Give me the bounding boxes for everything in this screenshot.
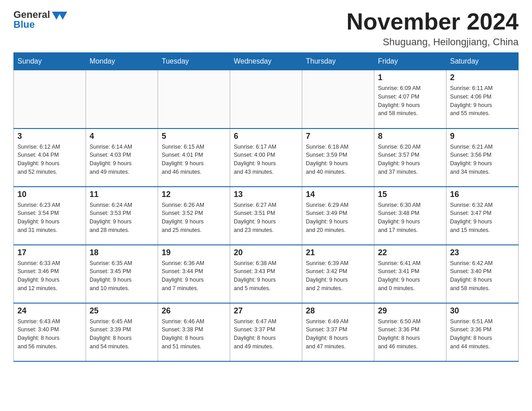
day-number: 3 xyxy=(17,132,82,141)
day-info: Sunrise: 6:18 AMSunset: 3:59 PMDaylight:… xyxy=(306,143,370,176)
calendar-cell: 27Sunrise: 6:47 AMSunset: 3:37 PMDayligh… xyxy=(230,303,302,361)
day-info: Sunrise: 6:45 AMSunset: 3:39 PMDaylight:… xyxy=(90,317,154,351)
day-info: Sunrise: 6:33 AMSunset: 3:46 PMDaylight:… xyxy=(17,259,82,293)
calendar-week-row: 10Sunrise: 6:23 AMSunset: 3:54 PMDayligh… xyxy=(14,187,519,245)
day-info: Sunrise: 6:51 AMSunset: 3:36 PMDaylight:… xyxy=(450,317,515,351)
day-number: 24 xyxy=(17,306,82,316)
day-number: 29 xyxy=(378,306,442,316)
calendar-cell: 9Sunrise: 6:21 AMSunset: 3:56 PMDaylight… xyxy=(446,128,519,187)
day-number: 20 xyxy=(234,248,298,257)
day-number: 2 xyxy=(450,73,515,82)
day-number: 9 xyxy=(450,132,515,141)
day-info: Sunrise: 6:20 AMSunset: 3:57 PMDaylight:… xyxy=(378,143,442,176)
day-number: 7 xyxy=(306,132,370,141)
calendar-cell: 20Sunrise: 6:38 AMSunset: 3:43 PMDayligh… xyxy=(230,245,302,303)
day-info: Sunrise: 6:35 AMSunset: 3:45 PMDaylight:… xyxy=(90,259,154,293)
day-info: Sunrise: 6:49 AMSunset: 3:37 PMDaylight:… xyxy=(306,317,370,351)
day-number: 5 xyxy=(162,132,226,141)
day-number: 22 xyxy=(378,248,442,257)
day-number: 6 xyxy=(234,132,298,141)
calendar-cell: 30Sunrise: 6:51 AMSunset: 3:36 PMDayligh… xyxy=(446,303,519,361)
day-number: 10 xyxy=(17,190,82,199)
day-info: Sunrise: 6:17 AMSunset: 4:00 PMDaylight:… xyxy=(234,143,298,176)
day-info: Sunrise: 6:11 AMSunset: 4:06 PMDaylight:… xyxy=(450,84,515,118)
logo-blue: Blue xyxy=(13,19,35,30)
calendar-cell: 2Sunrise: 6:11 AMSunset: 4:06 PMDaylight… xyxy=(446,70,519,128)
day-number: 21 xyxy=(306,248,370,257)
calendar-cell: 8Sunrise: 6:20 AMSunset: 3:57 PMDaylight… xyxy=(374,128,446,187)
title-block: November 2024 Shuguang, Heilongjiang, Ch… xyxy=(347,9,519,48)
calendar-cell: 7Sunrise: 6:18 AMSunset: 3:59 PMDaylight… xyxy=(302,128,374,187)
day-info: Sunrise: 6:12 AMSunset: 4:04 PMDaylight:… xyxy=(17,143,82,176)
day-info: Sunrise: 6:38 AMSunset: 3:43 PMDaylight:… xyxy=(234,259,298,293)
weekday-header: Wednesday xyxy=(230,53,302,70)
day-number: 30 xyxy=(450,306,515,316)
day-info: Sunrise: 6:09 AMSunset: 4:07 PMDaylight:… xyxy=(378,84,442,118)
day-info: Sunrise: 6:27 AMSunset: 3:51 PMDaylight:… xyxy=(234,201,298,235)
calendar-cell xyxy=(158,70,230,128)
day-number: 23 xyxy=(450,248,515,257)
day-info: Sunrise: 6:30 AMSunset: 3:48 PMDaylight:… xyxy=(378,201,442,235)
day-info: Sunrise: 6:43 AMSunset: 3:40 PMDaylight:… xyxy=(17,317,82,351)
calendar-subtitle: Shuguang, Heilongjiang, China xyxy=(347,36,519,48)
calendar-cell: 24Sunrise: 6:43 AMSunset: 3:40 PMDayligh… xyxy=(14,303,86,361)
calendar-cell xyxy=(230,70,302,128)
day-info: Sunrise: 6:15 AMSunset: 4:01 PMDaylight:… xyxy=(162,143,226,176)
calendar-week-row: 3Sunrise: 6:12 AMSunset: 4:04 PMDaylight… xyxy=(14,128,519,187)
day-info: Sunrise: 6:47 AMSunset: 3:37 PMDaylight:… xyxy=(234,317,298,351)
day-number: 4 xyxy=(90,132,154,141)
calendar-cell: 25Sunrise: 6:45 AMSunset: 3:39 PMDayligh… xyxy=(86,303,158,361)
day-number: 14 xyxy=(306,190,370,199)
calendar-cell: 10Sunrise: 6:23 AMSunset: 3:54 PMDayligh… xyxy=(14,187,86,245)
calendar-cell: 12Sunrise: 6:26 AMSunset: 3:52 PMDayligh… xyxy=(158,187,230,245)
calendar-cell: 18Sunrise: 6:35 AMSunset: 3:45 PMDayligh… xyxy=(86,245,158,303)
calendar-cell xyxy=(86,70,158,128)
calendar-cell xyxy=(302,70,374,128)
day-info: Sunrise: 6:26 AMSunset: 3:52 PMDaylight:… xyxy=(162,201,226,235)
calendar-cell: 13Sunrise: 6:27 AMSunset: 3:51 PMDayligh… xyxy=(230,187,302,245)
calendar-cell: 6Sunrise: 6:17 AMSunset: 4:00 PMDaylight… xyxy=(230,128,302,187)
calendar-title: November 2024 xyxy=(347,9,519,34)
day-number: 12 xyxy=(162,190,226,199)
day-info: Sunrise: 6:29 AMSunset: 3:49 PMDaylight:… xyxy=(306,201,370,235)
day-number: 11 xyxy=(90,190,154,199)
day-info: Sunrise: 6:24 AMSunset: 3:53 PMDaylight:… xyxy=(90,201,154,235)
day-info: Sunrise: 6:14 AMSunset: 4:03 PMDaylight:… xyxy=(90,143,154,176)
calendar-cell: 14Sunrise: 6:29 AMSunset: 3:49 PMDayligh… xyxy=(302,187,374,245)
day-info: Sunrise: 6:42 AMSunset: 3:40 PMDaylight:… xyxy=(450,259,515,293)
day-number: 28 xyxy=(306,306,370,316)
day-info: Sunrise: 6:32 AMSunset: 3:47 PMDaylight:… xyxy=(450,201,515,235)
calendar-cell: 4Sunrise: 6:14 AMSunset: 4:03 PMDaylight… xyxy=(86,128,158,187)
day-number: 15 xyxy=(378,190,442,199)
day-info: Sunrise: 6:39 AMSunset: 3:42 PMDaylight:… xyxy=(306,259,370,293)
calendar-cell: 15Sunrise: 6:30 AMSunset: 3:48 PMDayligh… xyxy=(374,187,446,245)
day-info: Sunrise: 6:21 AMSunset: 3:56 PMDaylight:… xyxy=(450,143,515,176)
calendar-cell: 5Sunrise: 6:15 AMSunset: 4:01 PMDaylight… xyxy=(158,128,230,187)
weekday-header: Saturday xyxy=(446,53,519,70)
calendar-week-row: 24Sunrise: 6:43 AMSunset: 3:40 PMDayligh… xyxy=(14,303,519,361)
weekday-header: Thursday xyxy=(302,53,374,70)
calendar-cell: 16Sunrise: 6:32 AMSunset: 3:47 PMDayligh… xyxy=(446,187,519,245)
weekday-header: Monday xyxy=(86,53,158,70)
day-number: 13 xyxy=(234,190,298,199)
calendar-cell: 19Sunrise: 6:36 AMSunset: 3:44 PMDayligh… xyxy=(158,245,230,303)
calendar-cell: 17Sunrise: 6:33 AMSunset: 3:46 PMDayligh… xyxy=(14,245,86,303)
page-header: General Blue November 2024 Shuguang, Hei… xyxy=(13,9,519,48)
day-number: 18 xyxy=(90,248,154,257)
day-number: 8 xyxy=(378,132,442,141)
calendar-cell: 11Sunrise: 6:24 AMSunset: 3:53 PMDayligh… xyxy=(86,187,158,245)
calendar-cell: 29Sunrise: 6:50 AMSunset: 3:36 PMDayligh… xyxy=(374,303,446,361)
calendar-cell: 21Sunrise: 6:39 AMSunset: 3:42 PMDayligh… xyxy=(302,245,374,303)
logo: General Blue xyxy=(13,9,67,30)
day-number: 25 xyxy=(90,306,154,316)
calendar-table: SundayMondayTuesdayWednesdayThursdayFrid… xyxy=(13,52,519,362)
calendar-week-row: 1Sunrise: 6:09 AMSunset: 4:07 PMDaylight… xyxy=(14,70,519,128)
calendar-cell: 26Sunrise: 6:46 AMSunset: 3:38 PMDayligh… xyxy=(158,303,230,361)
day-number: 17 xyxy=(17,248,82,257)
calendar-cell: 28Sunrise: 6:49 AMSunset: 3:37 PMDayligh… xyxy=(302,303,374,361)
calendar-week-row: 17Sunrise: 6:33 AMSunset: 3:46 PMDayligh… xyxy=(14,245,519,303)
calendar-cell: 23Sunrise: 6:42 AMSunset: 3:40 PMDayligh… xyxy=(446,245,519,303)
calendar-cell: 22Sunrise: 6:41 AMSunset: 3:41 PMDayligh… xyxy=(374,245,446,303)
day-info: Sunrise: 6:46 AMSunset: 3:38 PMDaylight:… xyxy=(162,317,226,351)
day-number: 26 xyxy=(162,306,226,316)
